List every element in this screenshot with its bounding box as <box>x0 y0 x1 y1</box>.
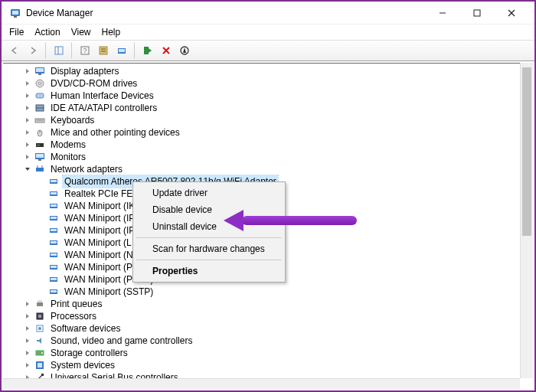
help-button[interactable]: ? <box>77 42 93 59</box>
keyboard-icon <box>34 114 46 126</box>
chevron-down-icon[interactable] <box>23 165 32 174</box>
toolbar: ? <box>2 40 534 61</box>
chevron-right-icon[interactable] <box>23 373 32 378</box>
svg-rect-38 <box>36 168 44 172</box>
disable-device-button[interactable] <box>176 42 193 59</box>
horizontal-scrollbar[interactable] <box>3 378 520 389</box>
menu-item[interactable]: Uninstall device <box>136 218 283 235</box>
tree-node[interactable]: Keyboards <box>6 114 533 126</box>
tree-node[interactable]: Modems <box>6 139 533 151</box>
tree-node[interactable]: Processors <box>6 310 533 322</box>
window-title: Device Manager <box>26 8 425 18</box>
expander-placeholder <box>37 263 46 272</box>
chevron-right-icon[interactable] <box>23 116 32 125</box>
chevron-right-icon[interactable] <box>23 324 32 333</box>
netadapter-icon <box>47 224 60 237</box>
menu-item[interactable]: Disable device <box>136 201 283 218</box>
vertical-scrollbar[interactable] <box>520 63 533 378</box>
svg-rect-36 <box>36 154 44 158</box>
tree-node-label: Keyboards <box>49 114 96 126</box>
back-button[interactable] <box>6 42 23 59</box>
tree-node-label: IDE ATA/ATAPI controllers <box>49 102 159 114</box>
svg-rect-73 <box>41 374 44 376</box>
chevron-right-icon[interactable] <box>23 128 32 137</box>
tree-node[interactable]: Mice and other pointing devices <box>6 126 533 139</box>
svg-rect-60 <box>51 290 57 292</box>
tree-node[interactable]: System devices <box>6 359 533 371</box>
tree-node-label: Monitors <box>49 151 87 163</box>
chevron-right-icon[interactable] <box>23 67 32 76</box>
network-icon <box>34 163 46 175</box>
tree-node[interactable]: Software devices <box>6 322 533 335</box>
svg-rect-50 <box>51 229 57 231</box>
tree-node[interactable]: Universal Serial Bus controllers <box>6 371 533 378</box>
tree-node[interactable]: WAN Miniport (SSTP) <box>6 286 533 298</box>
usb-icon <box>34 371 46 378</box>
tree-node[interactable]: Sound, video and game controllers <box>6 335 533 347</box>
netadapter-icon <box>47 200 60 212</box>
svg-rect-52 <box>51 241 57 243</box>
chevron-right-icon[interactable] <box>23 152 32 162</box>
netadapter-icon <box>47 188 60 200</box>
uninstall-device-button[interactable] <box>158 42 175 59</box>
chevron-right-icon[interactable] <box>23 103 32 113</box>
tree-node-label: Storage controllers <box>49 347 129 359</box>
menu-separator <box>136 237 282 238</box>
menu-item[interactable]: Scan for hardware changes <box>136 240 283 257</box>
tree-node[interactable]: Display adapters <box>6 65 533 77</box>
chevron-right-icon[interactable] <box>23 79 32 88</box>
tree-node[interactable]: Storage controllers <box>6 347 533 359</box>
chevron-right-icon[interactable] <box>23 312 32 321</box>
svg-rect-37 <box>38 159 41 161</box>
expander-placeholder <box>37 250 46 260</box>
tree-node[interactable]: Print queues <box>6 298 533 310</box>
tree-node-label: Network adapters <box>49 163 124 175</box>
properties-button[interactable] <box>95 42 112 59</box>
svg-rect-54 <box>51 253 57 256</box>
menu-separator <box>136 260 282 260</box>
menu-view[interactable]: View <box>71 27 91 38</box>
menu-item[interactable]: Update driver <box>136 185 283 201</box>
netadapter-icon <box>47 237 60 249</box>
scrollbar-thumb[interactable] <box>522 67 531 236</box>
chevron-right-icon[interactable] <box>23 91 32 100</box>
svg-rect-16 <box>144 47 149 54</box>
svg-rect-21 <box>36 68 44 72</box>
chevron-right-icon[interactable] <box>23 361 32 370</box>
tree-node[interactable]: Human Interface Devices <box>6 90 533 102</box>
tree-node-label: Display adapters <box>49 65 120 77</box>
chevron-right-icon[interactable] <box>23 299 32 309</box>
maximize-button[interactable] <box>459 2 494 24</box>
svg-rect-11 <box>100 47 107 54</box>
tree-node-label: Universal Serial Bus controllers <box>49 371 180 378</box>
expander-placeholder <box>37 287 46 296</box>
scan-hardware-button[interactable] <box>113 42 135 59</box>
sound-icon <box>34 335 46 347</box>
tree-node[interactable]: IDE ATA/ATAPI controllers <box>6 102 533 114</box>
tree-node-label: WAN Miniport (IP <box>63 212 136 224</box>
svg-rect-62 <box>38 300 42 302</box>
close-button[interactable] <box>494 2 528 24</box>
tree-node[interactable]: Network adapters <box>6 163 533 175</box>
expander-placeholder <box>37 275 46 284</box>
tree-node[interactable]: DVD/CD-ROM drives <box>6 77 533 90</box>
menu-help[interactable]: Help <box>102 27 121 38</box>
menu-item[interactable]: Properties <box>136 263 283 279</box>
tree-node-label: Modems <box>49 139 87 151</box>
expander-placeholder <box>37 201 46 211</box>
minimize-button[interactable] <box>425 2 459 24</box>
menu-action[interactable]: Action <box>34 27 60 38</box>
menu-file[interactable]: File <box>9 27 24 38</box>
forward-button[interactable] <box>25 42 46 59</box>
cpu-icon <box>34 310 46 322</box>
netadapter-icon <box>47 212 60 224</box>
chevron-right-icon[interactable] <box>23 336 32 345</box>
chevron-right-icon[interactable] <box>23 348 32 358</box>
expander-placeholder <box>37 226 46 235</box>
show-hide-tree-button[interactable] <box>51 42 72 59</box>
expander-placeholder <box>37 238 46 247</box>
tree-node[interactable]: Monitors <box>6 151 533 163</box>
chevron-right-icon[interactable] <box>23 140 32 149</box>
hid-icon <box>34 90 46 102</box>
update-driver-button[interactable] <box>139 42 156 59</box>
